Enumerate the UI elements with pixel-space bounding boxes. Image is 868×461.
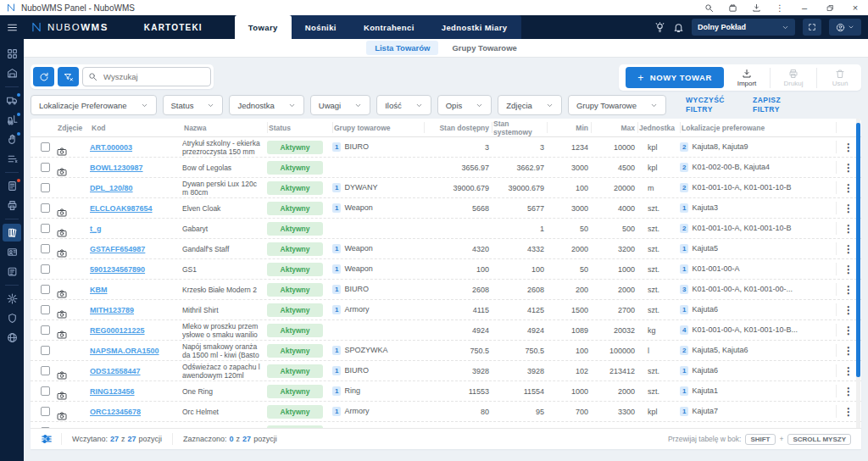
- item-groups: 1Ring: [332, 386, 424, 396]
- item-name: Orc Helmet: [182, 408, 267, 416]
- kebab-icon[interactable]: ⋮: [768, 0, 792, 15]
- stock-system: 3928: [492, 367, 547, 375]
- row-checkbox[interactable]: [31, 386, 56, 396]
- filter-dropdown-lokalizacje-preferowane[interactable]: Lokalizacje Preferowane: [31, 95, 157, 115]
- clear-filters-link[interactable]: WYCZYŚĆ FILTRY: [686, 96, 733, 114]
- item-code-link[interactable]: NAPSMA.ORA1500: [90, 347, 182, 355]
- table-scrollbar[interactable]: [856, 119, 860, 428]
- row-checkbox[interactable]: [31, 346, 56, 355]
- maximize-button[interactable]: [817, 0, 843, 15]
- sidebar-item-truck[interactable]: [3, 92, 21, 109]
- user-menu-button[interactable]: [829, 19, 861, 36]
- row-checkbox[interactable]: [31, 163, 56, 172]
- sidebar-item-settings[interactable]: [3, 290, 21, 308]
- sidebar-item-forklift[interactable]: [3, 111, 21, 129]
- close-button[interactable]: ×: [843, 0, 868, 15]
- stock-max: 2000: [591, 387, 637, 396]
- item-code-link[interactable]: DPL_120/80: [90, 184, 182, 192]
- extension-icon[interactable]: [721, 0, 744, 15]
- module-tab-kontrahenci[interactable]: Kontrahenci: [350, 15, 428, 39]
- new-item-button[interactable]: + NOWY TOWAR: [626, 67, 724, 88]
- row-checkbox[interactable]: [31, 366, 56, 375]
- filter-dropdown-ilość[interactable]: Ilość: [376, 95, 431, 115]
- table-settings-icon[interactable]: [41, 433, 53, 445]
- filter-dropdown-grupy-towarowe[interactable]: Grupy Towarowe: [568, 95, 666, 115]
- sidebar-item-printing[interactable]: [3, 197, 21, 214]
- save-filters-link[interactable]: ZAPISZ FILTRY: [753, 96, 800, 114]
- item-code-link[interactable]: ART.000003: [90, 143, 182, 152]
- module-tab-towary[interactable]: Towary: [235, 15, 292, 39]
- stock-available: 3: [424, 143, 492, 152]
- subtab-lista-towarów[interactable]: Lista Towarów: [366, 41, 438, 55]
- workspace-select[interactable]: Dolny Pokład: [692, 19, 795, 36]
- download-icon[interactable]: [744, 0, 768, 15]
- sidebar-item-notes[interactable]: [3, 263, 21, 280]
- zoom-icon[interactable]: [697, 0, 721, 15]
- row-checkbox[interactable]: [31, 305, 56, 314]
- sidebar-item-catalog[interactable]: [3, 224, 21, 242]
- row-checkbox[interactable]: [31, 325, 56, 335]
- stock-available: 5668: [424, 204, 492, 213]
- scrollbar-thumb[interactable]: [856, 123, 860, 377]
- status-badge: Aktywny: [267, 181, 332, 195]
- camera-icon: [56, 411, 90, 421]
- sidebar-item-contractors[interactable]: [3, 243, 21, 261]
- stock-system: 95: [492, 408, 547, 416]
- location-count-chip: 1: [680, 305, 688, 314]
- minimize-button[interactable]: –: [792, 0, 817, 15]
- sidebar-item-picking[interactable]: [3, 131, 21, 148]
- camera-icon: [56, 147, 90, 157]
- item-code-link[interactable]: KBM: [90, 286, 182, 294]
- import-button[interactable]: Import: [732, 69, 761, 87]
- item-code-link[interactable]: RING123456: [90, 387, 182, 396]
- module-tab-jednostki-miary[interactable]: Jednostki Miary: [428, 15, 521, 39]
- item-code-link[interactable]: ODS12558447: [90, 367, 182, 375]
- filter-dropdown-jednostka[interactable]: Jednostka: [229, 95, 303, 115]
- row-checkbox[interactable]: [31, 203, 56, 213]
- nubowms-logo-icon: [31, 21, 42, 33]
- print-button[interactable]: Drukuj: [779, 69, 808, 87]
- item-code-link[interactable]: ELCLOAK987654: [90, 204, 182, 213]
- filter-dropdown-opis[interactable]: Opis: [437, 95, 492, 115]
- sidebar-item-warehouse[interactable]: [3, 64, 21, 82]
- item-code-link[interactable]: ORC12345678: [90, 408, 182, 416]
- filter-dropdown-zdjęcia[interactable]: Zdjęcia: [498, 95, 562, 115]
- filter-dropdown-status[interactable]: Status: [163, 95, 224, 115]
- sidebar-item-dashboard[interactable]: [3, 45, 21, 63]
- subtab-bar: Lista TowarówGrupy Towarowe: [24, 39, 868, 58]
- row-checkbox[interactable]: [31, 244, 56, 253]
- search-input[interactable]: [82, 67, 211, 86]
- stock-max: 2700: [591, 306, 637, 314]
- subtab-grupy-towarowe[interactable]: Grupy Towarowe: [443, 41, 525, 55]
- item-code-link[interactable]: GSTAFF654987: [90, 245, 182, 253]
- row-checkbox[interactable]: [31, 224, 56, 233]
- lightbulb-icon[interactable]: [654, 22, 665, 33]
- sidebar-item-integrations[interactable]: [3, 329, 21, 347]
- row-checkbox[interactable]: [31, 407, 56, 416]
- delete-button[interactable]: Usuń: [826, 69, 854, 87]
- filter-dropdown-uwagi[interactable]: Uwagi: [310, 95, 370, 115]
- item-code-link[interactable]: t_g: [90, 225, 182, 233]
- loaded-count: Wczytano:27 z27 pozycji: [61, 433, 172, 445]
- item-code-link[interactable]: REG000121225: [90, 326, 182, 335]
- bell-icon[interactable]: [673, 22, 684, 33]
- column-header-lokalizacje-preferowane: Lokalizacje preferowane: [680, 119, 836, 136]
- row-checkbox[interactable]: [31, 142, 56, 152]
- sidebar-item-security[interactable]: [3, 309, 21, 327]
- item-code-link[interactable]: BOWL1230987: [90, 164, 182, 172]
- kartoteki-menu[interactable]: KARTOTEKI: [144, 23, 203, 32]
- menu-toggle-icon[interactable]: [0, 22, 24, 33]
- row-checkbox[interactable]: [31, 264, 56, 274]
- item-code-link[interactable]: 5901234567890: [90, 265, 182, 274]
- sidebar-item-documents[interactable]: [3, 177, 21, 195]
- row-checkbox[interactable]: [31, 183, 56, 192]
- sidebar-item-tasks[interactable]: [3, 150, 21, 168]
- refresh-button[interactable]: [33, 67, 54, 86]
- photo-indicator: [56, 321, 90, 340]
- fullscreen-button[interactable]: [803, 19, 821, 36]
- stock-max: 3200: [591, 245, 637, 253]
- module-tab-nośniki[interactable]: Nośniki: [292, 15, 350, 39]
- clear-filter-button[interactable]: [58, 67, 79, 86]
- row-checkbox[interactable]: [31, 285, 56, 294]
- item-code-link[interactable]: MITH123789: [90, 306, 182, 314]
